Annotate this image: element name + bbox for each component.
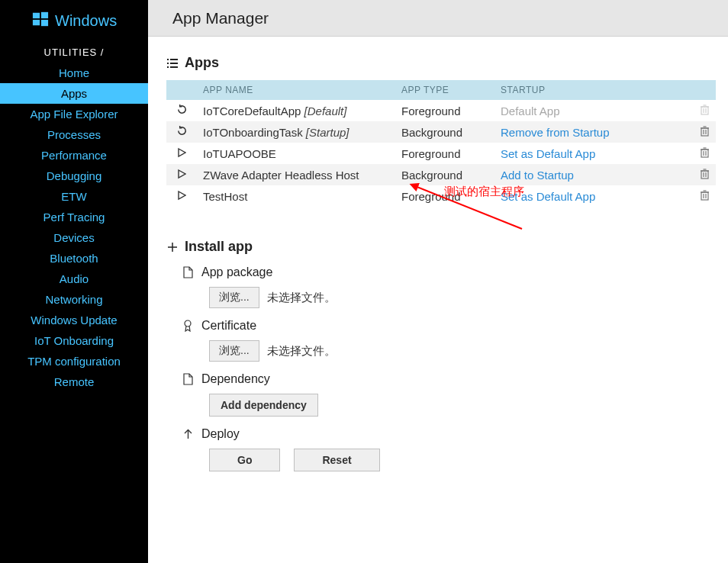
table-row: TestHostForegroundSet as Default App bbox=[166, 185, 716, 207]
svg-marker-32 bbox=[179, 191, 185, 199]
dependency-label: Dependency bbox=[201, 372, 270, 386]
svg-rect-4 bbox=[167, 59, 169, 60]
certificate-header: Certificate bbox=[182, 319, 716, 333]
sidebar-item-perf-tracing[interactable]: Perf Tracing bbox=[0, 207, 148, 227]
sidebar-item-debugging[interactable]: Debugging bbox=[0, 166, 148, 186]
startup-action[interactable]: Add to Startup bbox=[501, 169, 574, 182]
trash-icon[interactable] bbox=[700, 190, 710, 203]
startup-action[interactable]: Set as Default App bbox=[501, 147, 595, 160]
app-type: Background bbox=[395, 164, 494, 185]
app-name: ZWave Adapter Headless Host bbox=[203, 169, 359, 182]
sidebar-item-app-file-explorer[interactable]: App File Explorer bbox=[0, 104, 148, 124]
sidebar-item-bluetooth[interactable]: Bluetooth bbox=[0, 248, 148, 269]
app-package-file-status: 未选择文件。 bbox=[267, 291, 336, 305]
apps-section-title: Apps bbox=[185, 55, 219, 71]
startup-action: Default App bbox=[501, 105, 560, 117]
sidebar-item-devices[interactable]: Devices bbox=[0, 227, 148, 248]
table-row: IoTUAPOOBEForegroundSet as Default App bbox=[166, 143, 716, 164]
svg-rect-33 bbox=[701, 192, 708, 200]
sidebar-item-processes[interactable]: Processes bbox=[0, 124, 148, 145]
certificate-file-status: 未选择文件。 bbox=[267, 344, 336, 359]
main: App Manager Apps APP NAME APP TYPE START… bbox=[148, 0, 728, 563]
page-title-bar: App Manager bbox=[148, 0, 728, 37]
svg-rect-27 bbox=[701, 171, 708, 179]
install-section: Install app App package 浏览... 未选择文件。 bbox=[166, 239, 716, 471]
svg-rect-9 bbox=[170, 66, 178, 68]
col-app-name: APP NAME bbox=[197, 80, 395, 100]
browse-certificate-button[interactable]: 浏览... bbox=[209, 340, 259, 362]
arrow-up-icon bbox=[182, 429, 194, 439]
apps-section-header: Apps bbox=[166, 55, 716, 71]
col-control bbox=[166, 80, 197, 100]
app-type: Foreground bbox=[395, 100, 494, 121]
trash-icon[interactable] bbox=[700, 126, 710, 139]
startup-action[interactable]: Remove from Startup bbox=[501, 126, 610, 139]
app-type: Background bbox=[395, 121, 494, 143]
certificate-label: Certificate bbox=[201, 319, 256, 333]
app-type: Foreground bbox=[395, 143, 494, 164]
play-icon[interactable] bbox=[176, 190, 188, 201]
sidebar-item-iot-onboarding[interactable]: IoT Onboarding bbox=[0, 330, 148, 351]
nav-list: HomeAppsApp File ExplorerProcessesPerfor… bbox=[0, 63, 148, 392]
deploy-label: Deploy bbox=[201, 427, 240, 441]
svg-rect-5 bbox=[170, 59, 178, 60]
reset-button[interactable]: Reset bbox=[294, 449, 379, 471]
app-name-suffix: [Default] bbox=[301, 105, 346, 117]
app-name: IoTCoreDefaultApp bbox=[203, 105, 301, 117]
sidebar-item-apps[interactable]: Apps bbox=[0, 83, 148, 104]
sidebar-item-audio[interactable]: Audio bbox=[0, 269, 148, 289]
trash-icon bbox=[700, 105, 710, 117]
breadcrumb: UTILITIES / bbox=[0, 42, 148, 63]
app-package-label: App package bbox=[201, 265, 272, 279]
restart-icon[interactable] bbox=[176, 125, 188, 137]
col-app-type: APP TYPE bbox=[395, 80, 494, 100]
table-row: IoTCoreDefaultApp [Default]ForegroundDef… bbox=[166, 100, 716, 121]
apps-table: APP NAME APP TYPE STARTUP IoTCoreDefault… bbox=[166, 80, 716, 207]
install-section-header: Install app bbox=[166, 239, 716, 255]
svg-point-42 bbox=[185, 320, 191, 327]
sidebar-item-tpm-configuration[interactable]: TPM configuration bbox=[0, 351, 148, 372]
app-name-suffix: [Startup] bbox=[303, 126, 350, 139]
brand: Windows bbox=[0, 0, 148, 42]
install-section-title: Install app bbox=[185, 239, 253, 255]
add-dependency-button[interactable]: Add dependency bbox=[209, 394, 318, 417]
app-name: TestHost bbox=[203, 190, 247, 203]
svg-rect-2 bbox=[33, 20, 40, 25]
sidebar-item-windows-update[interactable]: Windows Update bbox=[0, 310, 148, 330]
annotation-text: 测试的宿主程序 bbox=[444, 185, 524, 199]
sidebar-item-home[interactable]: Home bbox=[0, 63, 148, 83]
plus-icon bbox=[166, 242, 179, 253]
svg-rect-15 bbox=[701, 128, 708, 136]
content: Apps APP NAME APP TYPE STARTUP IoTCoreDe… bbox=[148, 37, 728, 479]
sidebar-item-etw[interactable]: ETW bbox=[0, 186, 148, 207]
brand-label: Windows bbox=[55, 12, 117, 30]
svg-rect-10 bbox=[701, 107, 708, 114]
deploy-header: Deploy bbox=[182, 427, 716, 441]
play-icon[interactable] bbox=[176, 147, 188, 158]
list-icon bbox=[166, 58, 179, 69]
file-icon bbox=[182, 266, 194, 278]
app-package-header: App package bbox=[182, 265, 716, 279]
svg-marker-26 bbox=[179, 170, 185, 178]
file-icon bbox=[182, 373, 194, 385]
table-row: IoTOnboardingTask [Startup]BackgroundRem… bbox=[166, 121, 716, 143]
play-icon[interactable] bbox=[176, 169, 188, 179]
trash-icon[interactable] bbox=[700, 147, 710, 160]
windows-logo-icon bbox=[32, 11, 49, 31]
dependency-header: Dependency bbox=[182, 372, 716, 386]
svg-rect-21 bbox=[701, 150, 708, 157]
go-button[interactable]: Go bbox=[209, 449, 280, 471]
app-name: IoTOnboardingTask bbox=[203, 126, 303, 139]
certificate-icon bbox=[182, 320, 194, 332]
sidebar-item-remote[interactable]: Remote bbox=[0, 372, 148, 392]
svg-rect-0 bbox=[33, 13, 40, 18]
svg-rect-8 bbox=[167, 66, 169, 68]
svg-rect-3 bbox=[41, 20, 48, 26]
browse-app-package-button[interactable]: 浏览... bbox=[209, 287, 259, 308]
sidebar-item-performance[interactable]: Performance bbox=[0, 145, 148, 166]
sidebar-item-networking[interactable]: Networking bbox=[0, 289, 148, 310]
restart-icon[interactable] bbox=[176, 104, 188, 115]
trash-icon[interactable] bbox=[700, 169, 710, 182]
col-delete bbox=[693, 80, 716, 100]
svg-rect-6 bbox=[167, 63, 169, 64]
